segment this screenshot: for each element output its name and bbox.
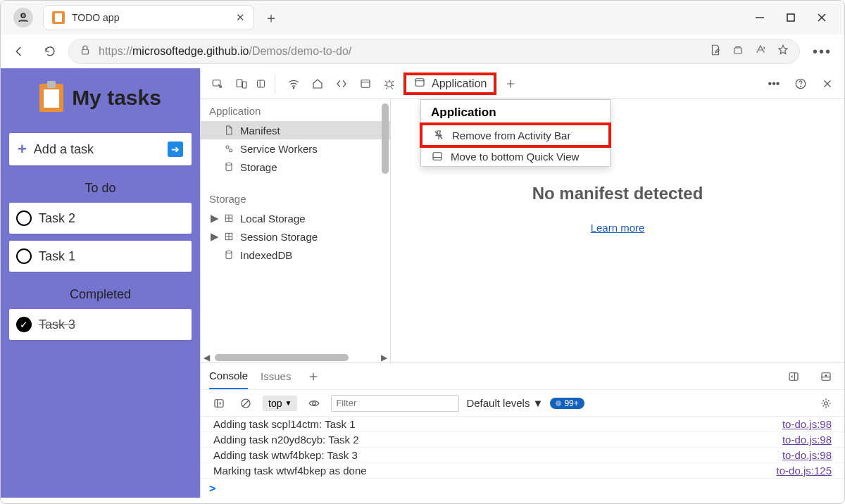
application-tab[interactable]: Application [403, 73, 496, 95]
dock-side-icon[interactable] [784, 365, 803, 388]
devtools-more-button[interactable]: ••• [764, 73, 784, 95]
minimize-button[interactable] [754, 12, 765, 23]
svg-rect-2 [787, 14, 794, 21]
lock-icon [79, 44, 92, 59]
context-selector[interactable]: top ▼ [263, 396, 297, 411]
edit-icon[interactable] [709, 44, 722, 59]
sources-icon[interactable] [356, 73, 375, 95]
clear-console-icon[interactable] [236, 392, 256, 415]
add-tab-button[interactable] [501, 73, 520, 95]
svg-rect-16 [415, 78, 424, 86]
refresh-button[interactable] [37, 39, 63, 64]
issues-tab[interactable]: Issues [261, 363, 291, 389]
plus-icon: + [18, 140, 27, 158]
scrollbar-vertical[interactable] [382, 103, 389, 174]
collapse-drawer-icon[interactable] [816, 365, 836, 388]
url-text: https://microsoftedge.github.io/Demos/de… [99, 45, 702, 58]
issues-badge[interactable]: 99+ [550, 398, 584, 409]
svg-point-26 [226, 163, 232, 165]
device-icon[interactable] [232, 73, 251, 95]
application-tab-label: Application [432, 77, 487, 90]
browser-tab[interactable]: TODO app ✕ [43, 5, 254, 30]
dock-icon[interactable] [256, 73, 275, 95]
inspect-icon[interactable] [208, 73, 227, 95]
toggle-sidebar-icon[interactable] [209, 392, 229, 415]
source-link[interactable]: to-do.js:98 [782, 434, 832, 446]
submit-arrow-icon[interactable]: ➜ [168, 141, 183, 157]
browser-more-button[interactable]: ••• [806, 44, 839, 60]
network-conditions-icon[interactable] [284, 73, 303, 95]
tab-title: TODO app [72, 12, 229, 23]
ctx-remove-activity-bar[interactable]: Remove from Activity Bar [420, 122, 611, 148]
back-button[interactable] [6, 39, 32, 64]
log-levels-dropdown[interactable]: Default levels ▼ [466, 397, 543, 409]
grid-icon [223, 212, 234, 225]
circle-icon[interactable] [16, 210, 32, 226]
svg-point-25 [230, 149, 232, 152]
svg-rect-5 [82, 49, 89, 54]
todo-app: My tasks + Add a task ➜ To do Task 2 Tas… [1, 68, 200, 498]
source-link[interactable]: to-do.js:125 [777, 465, 832, 477]
no-manifest-message: No manifest detected [532, 184, 703, 203]
database-icon [223, 160, 234, 173]
svg-point-15 [387, 82, 392, 87]
add-task-label: Add a task [34, 142, 161, 157]
live-expression-icon[interactable] [304, 392, 324, 415]
close-window-button[interactable] [816, 12, 827, 23]
bug-icon[interactable] [380, 73, 399, 95]
add-drawer-tab[interactable] [303, 365, 323, 388]
sidebar-item-indexeddb[interactable]: ▶IndexedDB [201, 246, 390, 264]
close-devtools-button[interactable] [818, 73, 837, 95]
circle-icon[interactable] [16, 248, 32, 264]
read-aloud-icon[interactable] [754, 44, 767, 59]
source-link[interactable]: to-do.js:98 [782, 418, 832, 430]
profile-avatar[interactable] [13, 8, 33, 27]
svg-rect-10 [258, 80, 265, 87]
clipboard-icon [52, 11, 65, 24]
console-filter-input[interactable] [331, 395, 459, 412]
console-log: Adding task scpl14ctm: Task 1to-do.js:98… [201, 417, 844, 479]
sidebar-item-storage[interactable]: Storage [201, 158, 390, 176]
sidebar-item-manifest[interactable]: Manifest [201, 121, 390, 139]
sidebar-item-session-storage[interactable]: ▶Session Storage [201, 227, 390, 246]
task-row[interactable]: Task 1 [9, 241, 192, 272]
chevron-right-icon: ▶ [211, 212, 218, 225]
learn-more-link[interactable]: Learn more [591, 222, 645, 234]
ctx-move-quick-view[interactable]: Move to bottom Quick View [421, 146, 610, 166]
console-row: Marking task wtwf4bkep as doneto-do.js:1… [201, 463, 844, 479]
add-task-input[interactable]: + Add a task ➜ [9, 133, 192, 165]
scrollbar-horizontal[interactable] [215, 354, 349, 361]
close-icon[interactable]: ✕ [236, 11, 245, 24]
console-row: Adding task scpl14ctm: Task 1to-do.js:98 [201, 417, 844, 432]
check-circle-icon[interactable]: ✓ [16, 317, 32, 332]
sidebar-item-local-storage[interactable]: ▶Local Storage [201, 209, 390, 227]
task-row[interactable]: ✓Task 3 [9, 309, 192, 340]
console-tab[interactable]: Console [209, 363, 248, 389]
task-row[interactable]: Task 2 [9, 203, 192, 234]
maximize-button[interactable] [785, 12, 796, 23]
elements-icon[interactable] [332, 73, 351, 95]
svg-point-0 [21, 13, 25, 18]
favorite-star-icon[interactable] [777, 44, 789, 59]
scroll-left-icon[interactable]: ◀ [204, 353, 210, 363]
sidebar-item-service-workers[interactable]: Service Workers [201, 139, 390, 158]
welcome-icon[interactable] [308, 73, 327, 95]
console-prompt[interactable]: > [201, 479, 844, 498]
devtools-panel: Application ••• Application Manifest Ser… [200, 68, 844, 498]
console-settings-icon[interactable] [816, 392, 836, 415]
svg-rect-42 [822, 372, 830, 380]
help-icon[interactable] [791, 73, 810, 95]
console-drawer: Console Issues top ▼ Default levels ▼ 99… [201, 363, 844, 498]
sidebar-category: Application [201, 99, 390, 121]
chevron-right-icon: ▶ [211, 230, 218, 243]
collections-icon[interactable] [732, 44, 744, 59]
svg-point-21 [801, 86, 801, 87]
source-link[interactable]: to-do.js:98 [782, 449, 832, 461]
new-tab-button[interactable]: ＋ [258, 5, 284, 30]
svg-rect-6 [734, 48, 742, 53]
scroll-right-icon[interactable]: ▶ [381, 353, 387, 363]
svg-point-24 [226, 146, 229, 149]
application-main: Application Remove from Activity Bar Mov… [391, 99, 844, 363]
url-field[interactable]: https://microsoftedge.github.io/Demos/de… [68, 39, 800, 64]
svg-point-12 [293, 87, 294, 89]
